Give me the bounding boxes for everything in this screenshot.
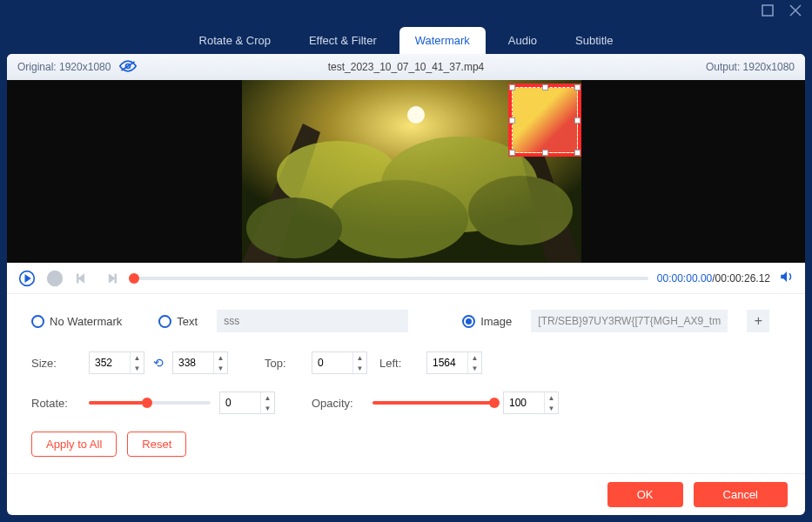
watermark-text-input[interactable] [217, 310, 408, 332]
output-resolution: Output: 1920x1080 [706, 61, 795, 73]
filename: test_2023_10_07_10_41_37.mp4 [328, 61, 485, 73]
stop-button[interactable] [45, 269, 64, 288]
left-label: Left: [379, 357, 418, 370]
tab-rotate-crop[interactable]: Rotate & Crop [184, 27, 286, 54]
text-label: Text [177, 315, 198, 328]
timecode: 00:00:00.00/00:00:26.12 [657, 272, 770, 284]
top-label: Top: [265, 357, 303, 370]
watermark-type-image[interactable]: Image [462, 315, 512, 328]
rotate-label: Rotate: [31, 397, 80, 410]
original-resolution: Original: 1920x1080 [17, 61, 111, 73]
svg-point-10 [329, 180, 468, 258]
svg-point-7 [407, 106, 425, 124]
close-icon[interactable] [789, 4, 802, 20]
rotate-slider[interactable] [89, 401, 211, 405]
watermark-type-text[interactable]: Text [158, 315, 198, 328]
preview-toggle-icon[interactable] [119, 60, 137, 75]
prev-frame-button[interactable] [73, 269, 92, 288]
cancel-button[interactable]: Cancel [694, 482, 788, 507]
svg-point-11 [246, 197, 342, 258]
timeline-slider[interactable] [129, 277, 648, 280]
svg-marker-14 [25, 275, 30, 281]
svg-marker-19 [109, 274, 115, 283]
apply-to-all-button[interactable]: Apply to All [31, 432, 117, 457]
top-spinner[interactable]: ▲▼ [312, 351, 367, 374]
image-label: Image [480, 315, 512, 328]
left-spinner[interactable]: ▲▼ [426, 351, 482, 374]
watermark-overlay[interactable] [508, 84, 581, 157]
ok-button[interactable]: OK [607, 482, 683, 507]
svg-point-12 [468, 176, 573, 245]
tab-subtitle[interactable]: Subtitle [560, 27, 628, 54]
reset-button[interactable]: Reset [127, 432, 186, 457]
size-width-spinner[interactable]: ▲▼ [89, 351, 144, 374]
no-watermark-label: No Watermark [50, 315, 122, 328]
next-frame-button[interactable] [101, 269, 120, 288]
maximize-icon[interactable] [762, 4, 774, 20]
volume-icon[interactable] [779, 269, 795, 288]
svg-marker-17 [78, 274, 84, 283]
tab-watermark[interactable]: Watermark [399, 27, 486, 54]
link-dimensions-icon[interactable]: ⟲ [153, 356, 164, 370]
editor-tabs: Rotate & Crop Effect & Filter Watermark … [0, 24, 812, 54]
tab-effect-filter[interactable]: Effect & Filter [293, 27, 393, 54]
size-height-spinner[interactable]: ▲▼ [172, 351, 228, 374]
watermark-image-path[interactable] [531, 310, 728, 332]
opacity-label: Opacity: [312, 397, 364, 410]
svg-rect-16 [53, 276, 57, 280]
rotate-spinner[interactable]: ▲▼ [219, 392, 275, 414]
size-label: Size: [31, 357, 80, 370]
tab-audio[interactable]: Audio [493, 27, 553, 54]
opacity-slider[interactable] [372, 401, 494, 405]
add-image-button[interactable]: + [747, 310, 769, 332]
svg-rect-20 [115, 274, 117, 283]
opacity-spinner[interactable]: ▲▼ [503, 392, 559, 414]
watermark-type-none[interactable]: No Watermark [31, 315, 122, 328]
play-button[interactable] [17, 269, 37, 288]
svg-rect-18 [77, 274, 78, 283]
svg-rect-0 [762, 5, 773, 16]
video-preview[interactable] [7, 80, 805, 263]
